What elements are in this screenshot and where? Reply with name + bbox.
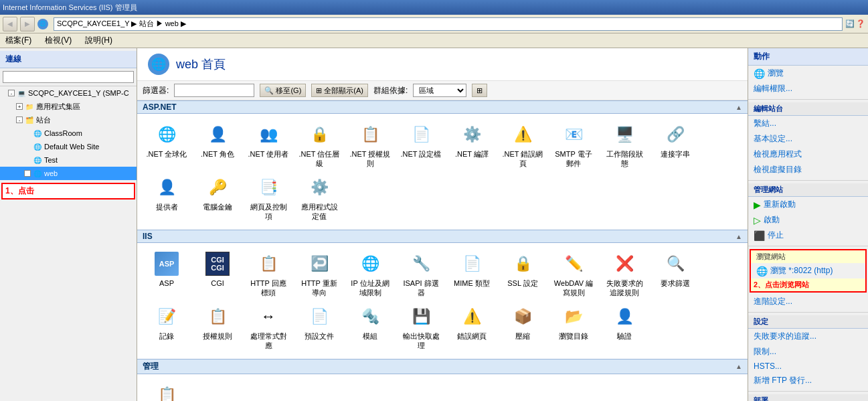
dotnet-auth-item[interactable]: 📋 .NET 授權規則 [346,119,394,172]
start-action[interactable]: ▷ 啟動 [748,212,868,228]
workstage-item[interactable]: 🖥️ 工作階段狀態 [600,119,648,172]
failed-req-item[interactable]: ❌ 失敗要求的追蹤規則 [600,248,648,301]
annotation-text: 1、点击 [5,186,34,195]
back-button[interactable]: ◀ [3,17,17,31]
sidebar-search[interactable] [3,71,134,83]
authz-rules-item[interactable]: 📋 授權規則 [193,301,242,354]
groupby-select[interactable]: 區域 [413,84,466,97]
filter-bar: 篩選器: 🔍 移至(G) ⊞ 全部顯示(A) 群組依據: 區域 ⊞ [137,81,748,100]
sidebar-header: 連線 [0,51,137,68]
dotnet-global-item[interactable]: 🌐 .NET 全球化 [143,119,191,172]
aspnet-chevron[interactable]: ▲ [735,104,742,111]
failed-req-icon: ❌ [612,252,636,276]
dotnet-config-item[interactable]: 📄 .NET 設定檔 [397,119,445,172]
annotation-click: 1、点击 [1,183,135,199]
cgi-item[interactable]: CGICGI CGI [193,248,242,301]
http-response-item[interactable]: 📋 HTTP 回應標頭 [244,248,292,301]
expand-sites[interactable]: - [16,116,23,123]
req-filter-item[interactable]: 🔍 要求篩選 [651,248,699,301]
provider-item[interactable]: 👤 提供者 [143,172,191,225]
webdav-item[interactable]: ✏️ WebDAV 編寫規則 [549,248,598,301]
appsettings-item[interactable]: ⚙️ 應用程式設定值 [295,172,343,225]
sidebar-item-classroom[interactable]: + 🌐 ClassRoom [0,127,137,140]
iis-chevron[interactable]: ▲ [735,233,742,240]
view-apps-action[interactable]: 檢視應用程式 [748,147,868,162]
dotnet-error-item[interactable]: ⚠️ .NET 錯誤網頁 [499,119,547,172]
auth-icon: 👤 [612,305,636,329]
http-redirect-item[interactable]: ↩️ HTTP 重新導向 [295,248,343,301]
browse-action[interactable]: 🌐 瀏覽 [748,66,868,81]
isapi-item[interactable]: 🔧 ISAPI 篩選器 [397,248,445,301]
hsts-action[interactable]: HSTS... [748,359,868,373]
regex-item[interactable]: ↔️ 處理常式對應 [244,301,292,354]
sidebar-item-default[interactable]: + 🌐 Default Web Site [0,140,137,153]
ssl-item[interactable]: 🔒 SSL 設定 [499,248,547,301]
dotnet-edit-label: .NET 編譯 [455,149,489,159]
browse-dir-item[interactable]: 📂 瀏覽目錄 [549,301,598,354]
sidebar-item-sites[interactable]: - 🗂️ 站台 [0,113,137,127]
restart-action[interactable]: ▶ 重新啟動 [748,197,868,212]
auth-item[interactable]: 👤 驗證 [600,301,648,354]
connstr-item[interactable]: 🔗 連接字串 [651,119,699,172]
dotnet-role-item[interactable]: 👤 .NET 角色 [193,119,242,172]
manage-chevron[interactable]: ▲ [735,363,742,370]
mime-item[interactable]: 📄 MIME 類型 [448,248,496,301]
limits-action[interactable]: 限制... [748,344,868,359]
default-doc-item[interactable]: 📄 預設文件 [295,301,343,354]
dotnet-trust-item[interactable]: 🔒 .NET 信任層級 [295,119,343,172]
failed-tracking-action[interactable]: 失敗要求的追蹤... [748,329,868,344]
edit-perms-action[interactable]: 編輯權限... [748,81,868,96]
sidebar-item-test[interactable]: + 🌐 Test [0,153,137,167]
forward-button[interactable]: ▶ [20,17,35,31]
machinekey-item[interactable]: 🔑 電腦金鑰 [193,172,242,225]
bind-action[interactable]: 繫結... [748,116,868,131]
output-cache-item[interactable]: 💾 輸出快取處理 [397,301,445,354]
sidebar-item-apppool[interactable]: + 📁 應用程式集區 [0,100,137,113]
goto-button[interactable]: 🔍 移至(G) [260,84,306,97]
address-path: SCQPC_KAYCEE1_Y ▶ 站台 ▶ web ▶ [57,19,186,29]
dotnet-global-label: .NET 全球化 [147,149,187,159]
config-editor-item[interactable]: 📋 設定編輯器 [143,380,191,401]
expand-root[interactable]: - [8,90,15,96]
expand-apppool[interactable]: + [16,103,23,110]
help-icon[interactable]: ❓ [856,19,865,28]
refresh-icon[interactable]: 🔄 [845,19,855,28]
error-pages-item[interactable]: ⚠️ 錯誤網頁 [448,301,496,354]
expand-web[interactable]: + [24,170,31,177]
asp-item[interactable]: ASP ASP [143,248,191,301]
sidebar-item-root[interactable]: - 💻 SCQPC_KAYCEE1_Y (SMP-C [0,86,137,100]
appsettings-label: 應用程式設定值 [298,202,340,222]
view-dirs-action[interactable]: 檢視虛擬目錄 [748,162,868,177]
isapi-icon: 🔧 [409,252,433,276]
log-item[interactable]: 📝 記錄 [143,301,191,354]
pagecontrol-item[interactable]: 📑 網頁及控制項 [244,172,292,225]
view-button[interactable]: ⊞ [472,84,487,97]
start-label: 啟動 [764,214,780,226]
menu-file[interactable]: 檔案(F) [3,33,34,48]
webdav-icon: ✏️ [561,252,586,276]
address-input[interactable]: SCQPC_KAYCEE1_Y ▶ 站台 ▶ web ▶ [54,17,843,31]
connstr-label: 連接字串 [661,149,690,159]
appsettings-icon: ⚙️ [307,175,331,199]
dotnet-user-item[interactable]: 👥 .NET 使用者 [244,119,292,172]
browse-8022-action[interactable]: 🌐 瀏覽 *:8022 (http) [751,263,865,278]
ip-restrict-item[interactable]: 🌐 IP 位址及網域限制 [346,248,394,301]
smtp-label: SMTP 電子郵件 [553,149,594,169]
dotnet-edit-item[interactable]: ⚙️ .NET 編譯 [448,119,496,172]
advanced-settings-action[interactable]: 進階設定... [748,294,868,309]
menu-help[interactable]: 說明(H) [82,33,115,48]
showall-button[interactable]: ⊞ 全部顯示(A) [311,84,368,97]
dotnet-error-icon: ⚠️ [511,123,535,147]
filter-input[interactable] [174,84,254,97]
sidebar-item-web[interactable]: + 🌐 web [0,167,137,180]
aspnet-label: ASP.NET [143,102,176,112]
compress-item[interactable]: 📦 壓縮 [499,301,547,354]
menu-view[interactable]: 檢視(V) [42,33,74,48]
smtp-item[interactable]: 📧 SMTP 電子郵件 [549,119,598,172]
stop-action[interactable]: ⬛ 停止 [748,228,868,243]
advanced-settings-label: 進階設定... [754,296,792,307]
iis-icons-grid: ASP ASP CGICGI CGI 📋 HTTP 回應標頭 ↩️ HTTP 重… [137,243,748,307]
base-settings-action[interactable]: 基本設定... [748,131,868,147]
modules-item[interactable]: 🔩 模組 [346,301,394,354]
add-ftp-action[interactable]: 新增 FTP 發行... [748,373,868,388]
